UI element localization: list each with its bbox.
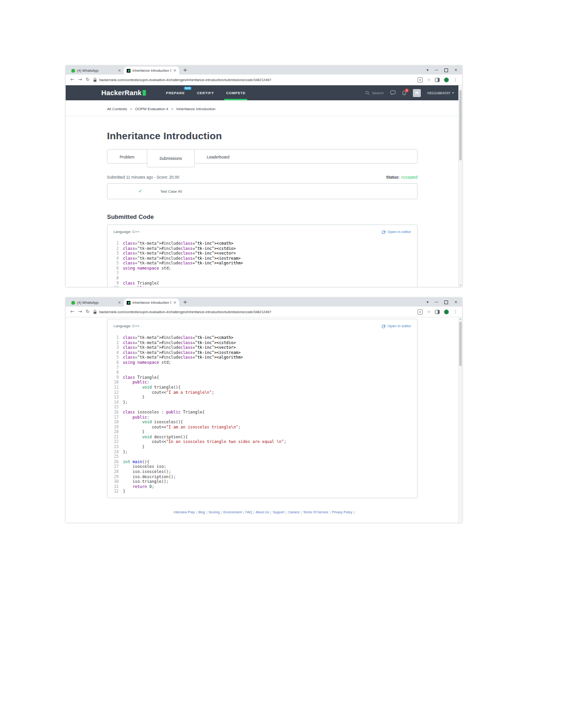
nav-prepare[interactable]: PREPARE NEW (160, 85, 191, 100)
menu-icon[interactable]: ⋮ (453, 78, 457, 82)
nav-certify[interactable]: CERTIFY (191, 85, 220, 100)
scroll-down-icon[interactable]: ▾ (459, 284, 462, 286)
browser-window-1: (4) WhatsApp × Inheritance Introduction … (66, 66, 462, 287)
code-line: 32} (107, 489, 417, 494)
notification-count-badge: 9 (405, 89, 409, 92)
check-icon: ✓ (138, 189, 142, 194)
user-avatar[interactable]: H (413, 89, 421, 97)
nav-compete[interactable]: COMPETE (220, 85, 251, 100)
search-label: Search (372, 91, 384, 95)
extension-icon[interactable] (418, 77, 423, 83)
code-line: 24}; (107, 450, 417, 455)
url-text: hackerrank.com/contests/oopm-evaluation-… (99, 78, 271, 82)
forward-icon[interactable]: → (78, 309, 82, 314)
user-menu[interactable]: h51110804297 ▾ (427, 91, 454, 95)
bookmark-star-icon[interactable]: ☆ (427, 310, 431, 314)
code-line: 5class="tk-meta">#include class="tk-inc"… (107, 355, 417, 360)
minimize-icon[interactable]: — (434, 68, 438, 72)
tab-submissions[interactable]: Submissions (147, 150, 195, 167)
toolbar-icons: ☆ ⋮ (418, 309, 457, 315)
footer-link[interactable]: Support (273, 510, 284, 514)
tab-close-icon[interactable]: × (118, 301, 121, 305)
browser-tab-hackerrank[interactable]: Inheritance Introduction Submissi × (124, 299, 179, 307)
footer-link[interactable]: Blog (198, 510, 205, 514)
tab-leaderboard[interactable]: Leaderboard (195, 150, 242, 164)
new-tab-button[interactable]: + (183, 300, 187, 305)
tab-close-icon[interactable]: × (173, 301, 176, 305)
profile-avatar[interactable] (444, 309, 449, 315)
test-case-label: Test Case #0 (160, 189, 182, 194)
new-tab-button[interactable]: + (183, 68, 187, 73)
tab-problem[interactable]: Problem (107, 150, 147, 164)
tab-search-chevron-icon[interactable]: ▾ (426, 68, 428, 72)
code-line: 5class="tk-meta">#include class="tk-inc"… (107, 261, 417, 266)
footer-link[interactable]: Scoring (208, 510, 220, 514)
code-line: 1class="tk-meta">#include class="tk-inc"… (107, 241, 417, 246)
open-in-editor-link[interactable]: Open in editor (382, 230, 411, 234)
tab-search-chevron-icon[interactable]: ▾ (426, 300, 428, 304)
maximize-icon[interactable] (444, 300, 448, 304)
code-line: 23 } (107, 444, 417, 450)
side-panel-icon[interactable] (435, 78, 440, 82)
footer-link[interactable]: FAQ (245, 510, 252, 514)
open-in-editor-link[interactable]: Open in editor (382, 324, 411, 328)
breadcrumb-all-contests[interactable]: All Contests (107, 107, 127, 111)
footer-link[interactable]: Terms Of Service (303, 510, 328, 514)
code-line: 27 isosceles iso; (107, 464, 417, 469)
back-icon[interactable]: ← (70, 77, 74, 82)
close-icon[interactable]: × (454, 300, 457, 304)
side-panel-icon[interactable] (435, 310, 440, 314)
code-box: Language: C++ Open in editor 1class="tk-… (107, 225, 418, 287)
chat-icon[interactable] (390, 90, 396, 95)
address-field[interactable]: hackerrank.com/contests/oopm-evaluation-… (93, 78, 414, 82)
submitted-code-heading: Submitted Code (107, 213, 462, 220)
search-box[interactable]: Search (365, 91, 384, 95)
url-bar: ← → ↻ hackerrank.com/contests/oopm-evalu… (66, 75, 462, 85)
code-box: Language: C++ Open in editor 1class="tk-… (107, 319, 418, 498)
bookmark-star-icon[interactable]: ☆ (427, 78, 431, 82)
new-badge: NEW (184, 87, 191, 90)
close-icon[interactable]: × (454, 68, 457, 72)
code-line: 7 (107, 271, 417, 276)
browser-tab-hackerrank[interactable]: Inheritance Introduction Submissi × (124, 67, 179, 75)
footer-link[interactable]: Privacy Policy (332, 510, 352, 514)
footer-link[interactable]: Environment (223, 510, 242, 514)
reload-icon[interactable]: ↻ (86, 309, 90, 314)
test-case-row[interactable]: ✓ Test Case #0 (107, 183, 418, 199)
code-line: 3class="tk-meta">#include class="tk-inc"… (107, 345, 417, 350)
scroll-up-icon[interactable]: ▴ (459, 318, 462, 320)
page-scrollbar[interactable]: ▴ (458, 317, 462, 523)
footer-link[interactable]: Careers (288, 510, 299, 514)
footer-link[interactable]: Interview Prep (174, 510, 195, 514)
back-icon[interactable]: ← (70, 309, 74, 314)
extension-icon[interactable] (418, 309, 423, 315)
search-icon (365, 91, 370, 95)
profile-avatar[interactable] (444, 77, 449, 83)
hackerrank-logo[interactable]: HackerRank (101, 89, 146, 97)
breadcrumb-contest[interactable]: OOPM Evaluation 4 (135, 107, 168, 111)
tab-strip: (4) WhatsApp × Inheritance Introduction … (66, 298, 462, 307)
address-field[interactable]: hackerrank.com/contests/oopm-evaluation-… (93, 310, 414, 314)
submission-time-score: Submitted 11 minutes ago - Score: 20.00 (107, 175, 179, 180)
url-bar: ← → ↻ hackerrank.com/contests/oopm-evalu… (66, 307, 462, 317)
notifications-bell[interactable]: 9 (402, 90, 406, 96)
reload-icon[interactable]: ↻ (86, 77, 90, 82)
code-line: 25 (107, 454, 417, 459)
menu-icon[interactable]: ⋮ (453, 310, 457, 314)
whatsapp-favicon-icon (71, 69, 75, 73)
tab-close-icon[interactable]: × (173, 69, 176, 73)
tab-close-icon[interactable]: × (118, 69, 121, 73)
minimize-icon[interactable]: — (434, 300, 438, 304)
code-box-header: Language: C++ Open in editor (107, 319, 417, 333)
code-line: 3class="tk-meta">#include class="tk-inc"… (107, 251, 417, 256)
page-viewport: HackerRank PREPARE NEW CERTIFY COMPETE S… (66, 85, 462, 287)
forward-icon[interactable]: → (78, 77, 82, 82)
browser-tab-whatsapp[interactable]: (4) WhatsApp × (68, 67, 124, 75)
page-scrollbar[interactable]: ▾ (458, 85, 462, 287)
code-line: 28 iso.isosceles(); (107, 469, 417, 474)
editor-icon (382, 324, 386, 328)
maximize-icon[interactable] (444, 68, 448, 72)
lock-icon (93, 310, 97, 314)
browser-tab-whatsapp[interactable]: (4) WhatsApp × (68, 299, 124, 307)
footer-link[interactable]: About Us (256, 510, 269, 514)
